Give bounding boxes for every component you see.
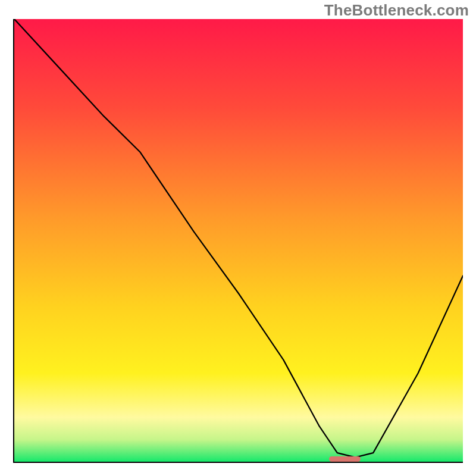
optimum-marker [329, 456, 361, 462]
chart-stage: TheBottleneck.com [0, 0, 476, 476]
bottleneck-curve-path [14, 19, 463, 458]
watermark-text: TheBottleneck.com [324, 1, 469, 20]
plot-area [13, 19, 463, 463]
curve-svg [14, 19, 463, 462]
